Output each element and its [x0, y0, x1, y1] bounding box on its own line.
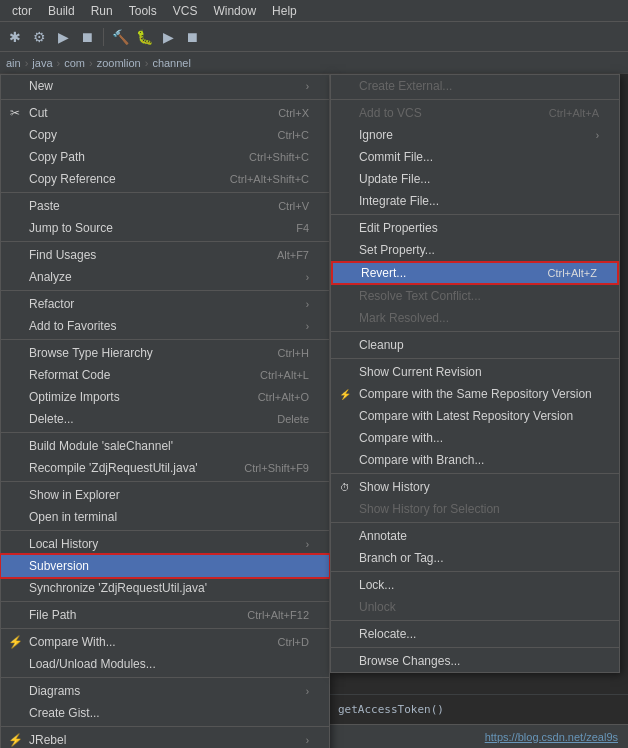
- ctx-optimize-imports[interactable]: Optimize Imports Ctrl+Alt+O: [1, 386, 329, 408]
- toolbar-icon-7[interactable]: ▶: [157, 26, 179, 48]
- ctx-jrebel[interactable]: ⚡ JRebel ›: [1, 729, 329, 748]
- toolbar-icon-5[interactable]: 🔨: [109, 26, 131, 48]
- menu-window[interactable]: Window: [205, 2, 264, 20]
- ctx-local-history[interactable]: Local History ›: [1, 533, 329, 555]
- ctx-create-external: Create External...: [331, 75, 619, 97]
- ctx-build-module[interactable]: Build Module 'saleChannel': [1, 435, 329, 457]
- ctx-diagrams[interactable]: Diagrams ›: [1, 680, 329, 702]
- ctx-revert[interactable]: Revert... Ctrl+Alt+Z: [331, 261, 619, 285]
- breadcrumb-part-4[interactable]: channel: [152, 57, 191, 69]
- main-content: New › ✂ Cut Ctrl+X Copy Ctrl+C Copy Path…: [0, 74, 628, 748]
- ctx-compare-with-ellipsis[interactable]: Compare with...: [331, 427, 619, 449]
- jrebel-icon: ⚡: [7, 732, 23, 748]
- menu-run[interactable]: Run: [83, 2, 121, 20]
- context-menu-left: New › ✂ Cut Ctrl+X Copy Ctrl+C Copy Path…: [0, 74, 330, 748]
- ctx-sep-9: [1, 601, 329, 602]
- ctx-cleanup[interactable]: Cleanup: [331, 334, 619, 356]
- ctx-find-usages[interactable]: Find Usages Alt+F7: [1, 244, 329, 266]
- ctx-unlock: Unlock: [331, 596, 619, 618]
- ctx-refactor[interactable]: Refactor ›: [1, 293, 329, 315]
- ctx-sep-10: [1, 628, 329, 629]
- ctx-right-sep-3: [331, 331, 619, 332]
- ctx-sep-11: [1, 677, 329, 678]
- ctx-update-file[interactable]: Update File...: [331, 168, 619, 190]
- toolbar-icon-6[interactable]: 🐛: [133, 26, 155, 48]
- ctx-show-history-selection: Show History for Selection: [331, 498, 619, 520]
- ctx-right-sep-5: [331, 473, 619, 474]
- menu-ctor[interactable]: ctor: [4, 2, 40, 20]
- ctx-sep-8: [1, 530, 329, 531]
- toolbar-icon-4[interactable]: ⏹: [76, 26, 98, 48]
- compare-icon: ⚡: [7, 634, 23, 650]
- ctx-sep-12: [1, 726, 329, 727]
- ctx-show-current-revision[interactable]: Show Current Revision: [331, 361, 619, 383]
- ctx-new[interactable]: New ›: [1, 75, 329, 97]
- ctx-relocate[interactable]: Relocate...: [331, 623, 619, 645]
- ctx-branch-or-tag[interactable]: Branch or Tag...: [331, 547, 619, 569]
- ctx-load-unload[interactable]: Load/Unload Modules...: [1, 653, 329, 675]
- ctx-compare-branch[interactable]: Compare with Branch...: [331, 449, 619, 471]
- toolbar-icon-2[interactable]: ⚙: [28, 26, 50, 48]
- toolbar-icon-3[interactable]: ▶: [52, 26, 74, 48]
- ctx-show-in-explorer[interactable]: Show in Explorer: [1, 484, 329, 506]
- cut-icon: ✂: [7, 105, 23, 121]
- ctx-lock[interactable]: Lock...: [331, 574, 619, 596]
- ctx-compare-same-repo[interactable]: ⚡ Compare with the Same Repository Versi…: [331, 383, 619, 405]
- ctx-recompile[interactable]: Recompile 'ZdjRequestUtil.java' Ctrl+Shi…: [1, 457, 329, 479]
- toolbar-icon-1[interactable]: ✱: [4, 26, 26, 48]
- history-icon: ⏱: [337, 479, 353, 495]
- ctx-cut[interactable]: ✂ Cut Ctrl+X: [1, 102, 329, 124]
- breadcrumb-part-3[interactable]: zoomlion: [97, 57, 141, 69]
- ctx-delete[interactable]: Delete... Delete: [1, 408, 329, 430]
- ctx-jump-to-source[interactable]: Jump to Source F4: [1, 217, 329, 239]
- ctx-mark-resolved: Mark Resolved...: [331, 307, 619, 329]
- ctx-compare-latest[interactable]: Compare with Latest Repository Version: [331, 405, 619, 427]
- ctx-sep-5: [1, 339, 329, 340]
- ctx-analyze[interactable]: Analyze ›: [1, 266, 329, 288]
- ctx-copy-path[interactable]: Copy Path Ctrl+Shift+C: [1, 146, 329, 168]
- ctx-subversion[interactable]: Subversion: [1, 555, 329, 577]
- compare-same-repo-icon: ⚡: [337, 386, 353, 402]
- menu-help[interactable]: Help: [264, 2, 305, 20]
- ctx-right-sep-1: [331, 99, 619, 100]
- ctx-commit-file[interactable]: Commit File...: [331, 146, 619, 168]
- ctx-create-gist[interactable]: Create Gist...: [1, 702, 329, 724]
- ctx-integrate-file[interactable]: Integrate File...: [331, 190, 619, 212]
- ctx-right-sep-6: [331, 522, 619, 523]
- breadcrumb: ain › java › com › zoomlion › channel: [0, 52, 628, 74]
- toolbar: ✱ ⚙ ▶ ⏹ 🔨 🐛 ▶ ⏹: [0, 22, 628, 52]
- ctx-set-property[interactable]: Set Property...: [331, 239, 619, 261]
- ctx-sep-1: [1, 99, 329, 100]
- ctx-browse-changes[interactable]: Browse Changes...: [331, 650, 619, 672]
- ctx-copy-reference[interactable]: Copy Reference Ctrl+Alt+Shift+C: [1, 168, 329, 190]
- ctx-paste[interactable]: Paste Ctrl+V: [1, 195, 329, 217]
- menu-tools[interactable]: Tools: [121, 2, 165, 20]
- breadcrumb-part-0[interactable]: ain: [6, 57, 21, 69]
- ctx-open-in-terminal[interactable]: Open in terminal: [1, 506, 329, 528]
- ctx-right-sep-2: [331, 214, 619, 215]
- toolbar-sep-1: [103, 28, 104, 46]
- menu-vcs[interactable]: VCS: [165, 2, 206, 20]
- ctx-edit-properties[interactable]: Edit Properties: [331, 217, 619, 239]
- breadcrumb-part-1[interactable]: java: [32, 57, 52, 69]
- ctx-compare-with[interactable]: ⚡ Compare With... Ctrl+D: [1, 631, 329, 653]
- toolbar-icon-8[interactable]: ⏹: [181, 26, 203, 48]
- ctx-synchronize[interactable]: Synchronize 'ZdjRequestUtil.java': [1, 577, 329, 599]
- ctx-copy[interactable]: Copy Ctrl+C: [1, 124, 329, 146]
- ctx-file-path[interactable]: File Path Ctrl+Alt+F12: [1, 604, 329, 626]
- ctx-reformat-code[interactable]: Reformat Code Ctrl+Alt+L: [1, 364, 329, 386]
- ctx-browse-type-hierarchy[interactable]: Browse Type Hierarchy Ctrl+H: [1, 342, 329, 364]
- ctx-add-to-favorites[interactable]: Add to Favorites ›: [1, 315, 329, 337]
- ctx-right-sep-7: [331, 571, 619, 572]
- breadcrumb-part-2[interactable]: com: [64, 57, 85, 69]
- menu-bar: ctor Build Run Tools VCS Window Help: [0, 0, 628, 22]
- ctx-sep-4: [1, 290, 329, 291]
- code-snippet: getAccessToken(): [338, 703, 444, 716]
- ctx-annotate[interactable]: Annotate: [331, 525, 619, 547]
- ctx-ignore[interactable]: Ignore ›: [331, 124, 619, 146]
- ctx-sep-6: [1, 432, 329, 433]
- ctx-show-history[interactable]: ⏱ Show History: [331, 476, 619, 498]
- status-bar-url[interactable]: https://blog.csdn.net/zeal9s: [475, 731, 628, 743]
- ctx-right-sep-9: [331, 647, 619, 648]
- menu-build[interactable]: Build: [40, 2, 83, 20]
